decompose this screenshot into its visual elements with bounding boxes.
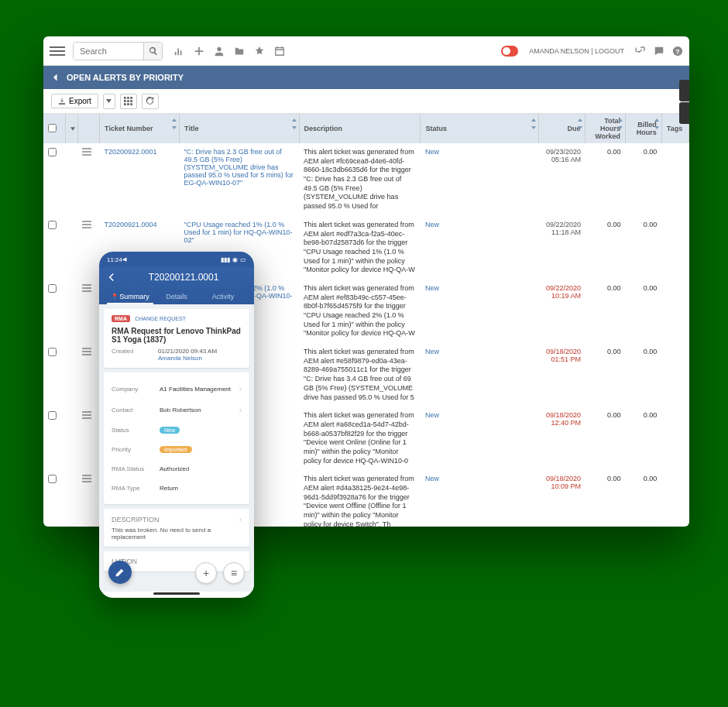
rma-badge: RMA (112, 315, 130, 322)
row-checkbox[interactable] (48, 284, 57, 293)
total-hours-cell: 0.00 (585, 407, 626, 470)
row-checkbox[interactable] (48, 148, 57, 156)
mobile-body: RMA CHANGE REQUEST RMA Request for Lenov… (99, 304, 254, 592)
created-by[interactable]: Amanda Nelson (158, 355, 202, 362)
description-card[interactable]: DESCRIPTION› This was broken. No need to… (104, 509, 249, 547)
bar-chart-icon[interactable] (173, 46, 184, 57)
title-link[interactable]: "C: Drive has 2.3 GB free out of 49.5 GB… (184, 148, 294, 187)
drag-handle-icon[interactable] (77, 470, 99, 527)
tab-activity[interactable]: Activity (200, 289, 246, 304)
status-link[interactable]: New (425, 221, 439, 228)
billed-hours-cell: 0.00 (625, 407, 661, 470)
mobile-title: T20200121.0001 (121, 272, 246, 283)
tab-summary[interactable]: 📍Summary (107, 289, 153, 304)
row-checkbox[interactable] (48, 475, 57, 483)
page-title: OPEN ALERTS BY PRIORITY (67, 73, 184, 82)
drag-handle-icon[interactable] (77, 216, 99, 280)
kv-contact[interactable]: ContactBob Robertson› (112, 400, 242, 420)
kv-rma-status[interactable]: RMA StatusAuthorized (112, 459, 242, 479)
help-icon[interactable]: ? (672, 46, 683, 57)
mobile-status-bar: 11:24 ◀ ▮▮▮◉▭ (99, 252, 254, 267)
col-status[interactable]: Status (421, 114, 538, 143)
created-value: 01/21/2020 09:43 AM (158, 348, 217, 355)
priority-pill: Important (160, 446, 192, 453)
more-button[interactable]: ≡ (223, 562, 245, 584)
col-description[interactable]: Description (299, 114, 421, 143)
status-link[interactable]: New (425, 411, 439, 419)
kv-rma-type[interactable]: RMA TypeReturn (112, 479, 242, 498)
billed-hours-cell: 0.00 (625, 470, 661, 527)
tab-details[interactable]: Details (153, 289, 200, 304)
status-link[interactable]: New (425, 348, 439, 355)
drag-handle-icon[interactable] (77, 343, 99, 407)
location-icon: ◀ (122, 256, 126, 263)
kv-priority[interactable]: PriorityImportant (112, 440, 242, 459)
row-checkbox[interactable] (48, 221, 57, 229)
back-arrow-icon[interactable] (51, 73, 60, 82)
kv-company[interactable]: CompanyA1 Facilities Management› (112, 379, 242, 400)
due-cell: 09/22/202010:19 AM (538, 280, 585, 343)
col-billed-hours[interactable]: Billed Hours (625, 114, 661, 143)
billed-hours-cell: 0.00 (625, 280, 661, 343)
mobile-time: 11:24 (107, 256, 122, 263)
calendar-icon[interactable] (274, 46, 285, 57)
grid-view-button[interactable] (120, 94, 137, 109)
refresh-button[interactable] (142, 94, 159, 109)
due-cell: 09/18/202001:51 PM (538, 343, 585, 407)
row-checkbox[interactable] (48, 411, 57, 420)
created-label: Created (112, 348, 158, 355)
kv-status[interactable]: StatusNew (112, 420, 242, 440)
column-config-icon[interactable] (70, 127, 75, 131)
col-title[interactable]: Title (180, 114, 300, 143)
edit-fab[interactable] (108, 561, 132, 584)
status-link[interactable]: New (425, 475, 439, 482)
export-button[interactable]: Export (51, 94, 98, 108)
plus-icon[interactable] (194, 46, 204, 57)
svg-text:?: ? (675, 47, 679, 55)
user-label[interactable]: AMANDA NELSON | LOGOUT (529, 47, 624, 55)
col-ticket[interactable]: Ticket Number (100, 114, 180, 143)
drag-handle-icon[interactable] (77, 143, 99, 216)
user-icon[interactable] (214, 46, 225, 57)
description-text: This alert ticket was generated from AEM… (304, 148, 414, 210)
chat-icon[interactable] (654, 46, 664, 57)
pencil-icon (115, 567, 125, 578)
status-pill: New (160, 427, 180, 434)
folder-icon[interactable] (234, 46, 245, 57)
menu-icon[interactable] (50, 43, 65, 59)
due-cell: 09/23/202005:16 AM (538, 143, 585, 216)
side-tab-strip[interactable] (679, 80, 689, 125)
link-icon[interactable] (635, 46, 646, 57)
search-button[interactable] (143, 43, 162, 60)
ticket-link[interactable]: T20200922.0001 (105, 148, 157, 156)
status-link[interactable]: New (425, 148, 439, 156)
drag-handle-icon[interactable] (77, 407, 99, 470)
description-text: This alert ticket was generated from AEM… (304, 475, 414, 527)
search-input[interactable] (74, 43, 143, 60)
svg-rect-7 (131, 100, 133, 102)
row-checkbox[interactable] (48, 348, 57, 356)
add-button[interactable]: + (195, 562, 217, 584)
home-indicator (153, 592, 200, 595)
status-link[interactable]: New (425, 284, 439, 292)
title-link[interactable]: "CPU Usage reached 1% (1.0 % Used for 1 … (184, 221, 293, 244)
select-all-checkbox[interactable] (48, 124, 57, 132)
description-text: This alert ticket was generated from AEM… (304, 284, 415, 337)
mobile-overlay: 11:24 ◀ ▮▮▮◉▭ T20200121.0001 📍Summary De… (99, 252, 254, 598)
status-toggle[interactable] (501, 46, 518, 57)
col-due[interactable]: Due (538, 114, 585, 143)
header-row: Ticket Number Title Description Status D… (43, 114, 689, 143)
drag-handle-icon[interactable] (77, 280, 99, 343)
mobile-back-icon[interactable] (107, 273, 116, 282)
pin-icon: 📍 (111, 293, 118, 300)
description-text: This alert ticket was generated from AEM… (304, 221, 415, 273)
export-dropdown[interactable] (103, 94, 115, 109)
svg-rect-3 (128, 97, 130, 99)
col-total-hours[interactable]: Total Hours Worked (585, 114, 626, 143)
ticket-link[interactable]: T20200921.0004 (105, 221, 157, 228)
svg-rect-8 (124, 103, 126, 105)
description-heading: DESCRIPTION (112, 516, 160, 523)
search-icon (149, 46, 158, 56)
total-hours-cell: 0.00 (585, 343, 626, 407)
star-icon[interactable] (254, 46, 265, 57)
